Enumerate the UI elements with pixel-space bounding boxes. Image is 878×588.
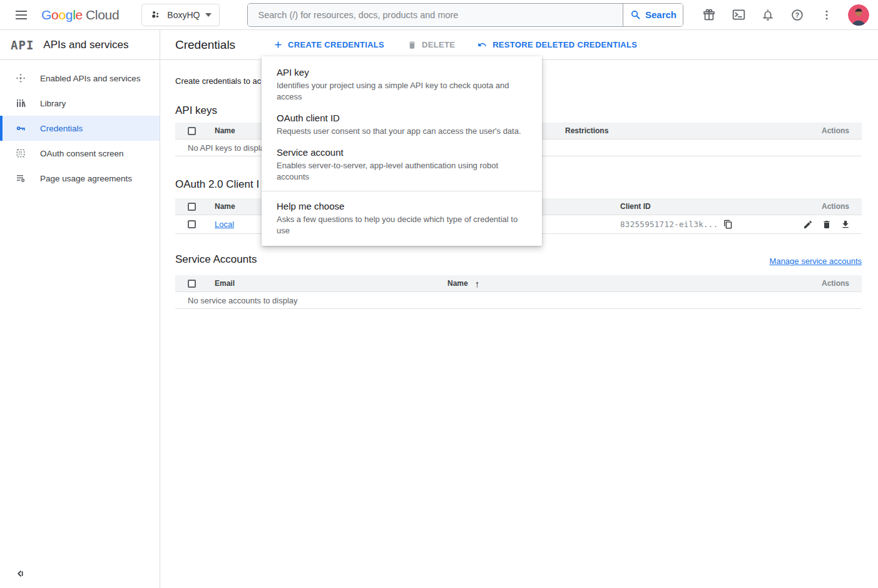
sidebar-item-label: Library — [40, 99, 66, 108]
menu-item-description: Requests user consent so that your app c… — [277, 126, 527, 137]
help-button[interactable]: ? — [789, 7, 805, 23]
select-all-checkbox[interactable] — [188, 127, 196, 135]
manage-service-accounts-link[interactable]: Manage service accounts — [770, 256, 862, 266]
sidebar-item-oauth-consent[interactable]: OAuth consent screen — [0, 141, 160, 166]
trash-icon — [822, 220, 832, 230]
top-bar-icons: ? — [701, 4, 878, 26]
search-icon — [630, 9, 641, 20]
sidebar-item-label: OAuth consent screen — [40, 149, 124, 158]
service-accounts-table-header: Email Name ↑ Actions — [175, 275, 862, 292]
more-vertical-icon — [820, 9, 833, 21]
undo-icon — [477, 40, 487, 49]
search-button-label: Search — [645, 9, 676, 20]
menu-item-help-me-choose[interactable]: Help me choose Asks a few questions to h… — [262, 195, 542, 241]
row-checkbox[interactable] — [188, 220, 196, 228]
sidebar-item-label: Credentials — [40, 124, 83, 133]
restore-deleted-credentials-button[interactable]: RESTORE DELETED CREDENTIALS — [477, 40, 637, 49]
gift-button[interactable] — [701, 7, 717, 23]
column-header-name: Name — [447, 279, 468, 288]
service-accounts-header-row: Service Accounts Manage service accounts — [175, 253, 862, 266]
sidebar: API APIs and services Enabled APIs and s… — [0, 30, 160, 588]
delete-button[interactable]: DELETE — [407, 40, 455, 50]
sidebar-title: APIs and services — [43, 39, 128, 51]
pencil-icon — [803, 220, 813, 230]
logo-cloud-text: Cloud — [86, 8, 119, 21]
service-accounts-empty-text: No service accounts to display — [175, 292, 862, 309]
copy-client-id-button[interactable] — [723, 220, 733, 230]
page-header: Credentials CREATE CREDENTIALS DELETE RE… — [160, 30, 878, 60]
copy-icon — [723, 220, 733, 229]
svg-text:?: ? — [795, 11, 799, 18]
service-accounts-heading: Service Accounts — [175, 253, 257, 266]
sort-asc-icon[interactable]: ↑ — [475, 278, 480, 289]
sidebar-item-label: Page usage agreements — [40, 174, 132, 183]
sidebar-header: API APIs and services — [0, 30, 160, 60]
bell-icon — [761, 8, 775, 22]
service-accounts-table: Email Name ↑ Actions No service accounts… — [175, 275, 862, 309]
column-header-client-id: Client ID — [608, 202, 780, 211]
sidebar-item-label: Enabled APIs and services — [40, 74, 141, 83]
logo-letter: g — [66, 8, 73, 21]
sidebar-item-enabled-apis[interactable]: Enabled APIs and services — [0, 66, 160, 91]
create-credentials-label: CREATE CREDENTIALS — [288, 40, 384, 49]
menu-item-description: Identifies your project using a simple A… — [277, 80, 527, 103]
delete-client-button[interactable] — [821, 219, 832, 230]
google-cloud-logo: G o o g l e Cloud — [41, 8, 119, 21]
restore-label: RESTORE DELETED CREDENTIALS — [493, 40, 637, 49]
menu-item-description: Asks a few questions to help you decide … — [277, 214, 527, 236]
select-all-checkbox[interactable] — [188, 203, 196, 211]
divider — [262, 191, 542, 191]
more-options-button[interactable] — [819, 7, 835, 23]
delete-label: DELETE — [422, 40, 455, 49]
create-credentials-button[interactable]: CREATE CREDENTIALS — [273, 40, 384, 49]
menu-item-description: Enables server-to-server, app-level auth… — [277, 160, 527, 183]
cloud-shell-button[interactable] — [730, 7, 747, 23]
menu-item-oauth-client-id[interactable]: OAuth client ID Requests user consent so… — [262, 107, 542, 141]
oauth-client-name-link[interactable]: Local — [215, 220, 234, 229]
sidebar-item-library[interactable]: Library — [0, 91, 160, 116]
avatar-image — [848, 4, 869, 26]
top-bar: G o o g l e Cloud BoxyHQ Search — [0, 0, 878, 30]
logo-letter: o — [58, 8, 65, 21]
logo-letter: o — [51, 8, 58, 21]
search-button[interactable]: Search — [623, 4, 683, 26]
column-header-actions: Actions — [793, 279, 862, 288]
column-header-email: Email — [203, 279, 436, 288]
page-title: Credentials — [175, 38, 235, 52]
library-icon — [16, 98, 26, 108]
key-icon — [16, 123, 26, 133]
trash-icon — [407, 40, 417, 50]
sidebar-item-credentials[interactable]: Credentials — [0, 116, 160, 141]
edit-client-button[interactable] — [802, 219, 813, 230]
collapse-sidebar-icon — [15, 568, 26, 579]
download-client-button[interactable] — [840, 219, 850, 230]
dashboard-icon — [16, 73, 26, 83]
search-bar: Search — [247, 3, 683, 27]
consent-screen-icon — [16, 148, 26, 158]
logo-letter: e — [76, 8, 83, 21]
select-all-checkbox[interactable] — [188, 280, 196, 288]
download-icon — [840, 220, 850, 230]
menu-item-title: Service account — [277, 146, 527, 159]
agreements-icon — [16, 173, 26, 183]
api-product-logo: API — [11, 38, 34, 52]
menu-item-title: OAuth client ID — [277, 111, 527, 124]
search-input[interactable] — [248, 4, 623, 26]
collapse-sidebar-button[interactable] — [14, 567, 28, 580]
hamburger-menu-button[interactable] — [9, 3, 34, 28]
menu-item-service-account[interactable]: Service account Enables server-to-server… — [262, 141, 542, 187]
caret-down-icon — [205, 13, 212, 17]
avatar[interactable] — [848, 4, 869, 26]
cloud-shell-icon — [732, 8, 746, 22]
sidebar-nav: Enabled APIs and services Library — [0, 60, 160, 191]
sidebar-item-page-usage-agreements[interactable]: Page usage agreements — [0, 166, 160, 191]
project-selector[interactable]: BoxyHQ — [141, 4, 220, 26]
logo-letter: G — [41, 8, 51, 21]
oauth-client-id-value: 83255951712-eil3k... — [620, 220, 718, 229]
menu-item-title: Help me choose — [277, 200, 527, 213]
column-header-actions: Actions — [780, 202, 862, 211]
help-icon: ? — [790, 8, 804, 22]
notifications-button[interactable] — [760, 7, 776, 23]
menu-item-api-key[interactable]: API key Identifies your project using a … — [262, 61, 542, 107]
column-header-actions: Actions — [793, 126, 862, 135]
